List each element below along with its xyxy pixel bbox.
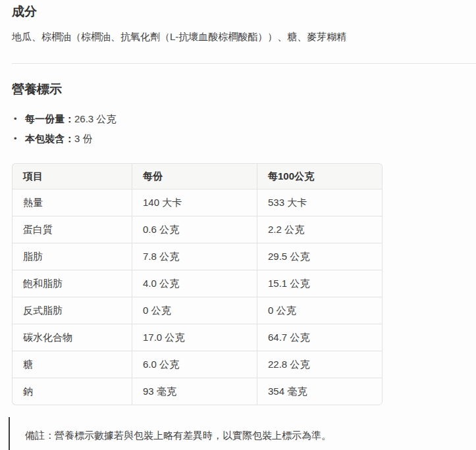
table-row: 蛋白質 0.6 公克 2.2 公克: [12, 216, 383, 243]
table-cell: 4.0 公克: [132, 270, 257, 297]
table-cell: 糖: [12, 351, 132, 378]
ingredients-section-title: 成分: [12, 4, 476, 20]
disclaimer-note: 備註：營養標示數據若與包裝上略有差異時，以實際包裝上標示為準。: [9, 417, 476, 450]
table-row: 熱量 140 大卡 533 大卡: [12, 189, 383, 216]
table-cell: 15.1 公克: [257, 270, 383, 297]
table-row: 鈉 93 毫克 354 毫克: [12, 378, 383, 405]
column-header-per-100g: 每100公克: [257, 163, 383, 189]
table-row: 脂肪 7.8 公克 29.5 公克: [12, 243, 383, 270]
table-row: 飽和脂肪 4.0 公克 15.1 公克: [12, 270, 383, 297]
nutrition-section-title: 營養標示: [12, 82, 476, 97]
table-row: 糖 6.0 公克 22.8 公克: [12, 351, 383, 378]
table-cell: 29.5 公克: [257, 243, 383, 270]
serving-size-item: •每一份量：26.3 公克: [12, 109, 476, 129]
table-cell: 0 公克: [257, 297, 383, 324]
table-cell: 反式脂肪: [12, 297, 132, 324]
table-cell: 2.2 公克: [257, 216, 383, 243]
table-cell: 飽和脂肪: [12, 270, 132, 297]
table-cell: 6.0 公克: [132, 351, 257, 378]
servings-per-package-value: 3 份: [74, 133, 93, 144]
serving-size-value: 26.3 公克: [74, 113, 116, 124]
column-header-per-serving: 每份: [132, 163, 257, 189]
table-cell: 0.6 公克: [132, 216, 257, 243]
table-cell: 蛋白質: [12, 216, 132, 243]
table-cell: 93 毫克: [132, 378, 257, 405]
table-cell: 熱量: [12, 189, 132, 216]
table-cell: 7.8 公克: [132, 243, 257, 270]
table-cell: 脂肪: [12, 243, 132, 270]
servings-per-package-item: •本包裝含：3 份: [12, 129, 476, 149]
serving-size-label: 每一份量：: [25, 113, 74, 124]
table-cell: 140 大卡: [132, 189, 257, 216]
table-cell: 64.7 公克: [257, 324, 383, 351]
table-header-row: 項目 每份 每100公克: [12, 163, 383, 189]
servings-per-package-label: 本包裝含：: [25, 133, 74, 144]
table-row: 反式脂肪 0 公克 0 公克: [12, 297, 383, 324]
column-header-item: 項目: [12, 163, 132, 189]
product-info-page: 成分 地瓜、棕櫚油（棕櫚油、抗氧化劑（L-抗壞血酸棕櫚酸酯））、糖、麥芽糊精 營…: [0, 0, 476, 450]
serving-info-list: •每一份量：26.3 公克 •本包裝含：3 份: [12, 109, 476, 149]
bullet-icon: •: [14, 109, 17, 129]
bullet-icon: •: [14, 129, 17, 149]
section-divider: [12, 63, 476, 64]
nutrition-table: 項目 每份 每100公克 熱量 140 大卡 533 大卡 蛋白質 0.6 公克…: [12, 163, 383, 405]
table-cell: 17.0 公克: [132, 324, 257, 351]
table-cell: 碳水化合物: [12, 324, 132, 351]
table-cell: 354 毫克: [257, 378, 383, 405]
table-row: 碳水化合物 17.0 公克 64.7 公克: [12, 324, 383, 351]
table-cell: 533 大卡: [257, 189, 383, 216]
table-cell: 22.8 公克: [257, 351, 383, 378]
table-cell: 0 公克: [132, 297, 257, 324]
table-cell: 鈉: [12, 378, 132, 405]
ingredients-text: 地瓜、棕櫚油（棕櫚油、抗氧化劑（L-抗壞血酸棕櫚酸酯））、糖、麥芽糊精: [12, 30, 476, 44]
